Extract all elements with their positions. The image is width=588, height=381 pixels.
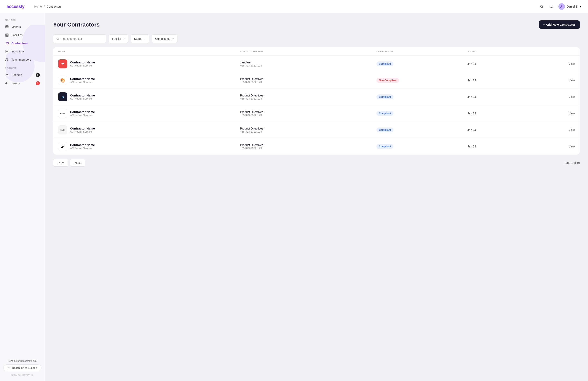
facilities-label: Facilities — [11, 34, 22, 37]
topnav-right: Daniel S. ▾ — [539, 3, 582, 10]
joined-date: Jan 24 — [467, 62, 558, 65]
view-link[interactable]: View — [558, 128, 575, 132]
view-link[interactable]: View — [558, 145, 575, 148]
contractor-cell: Sxlb Contractor Name AC Repair Service — [58, 125, 240, 134]
joined-date: Jan 24 — [467, 145, 558, 148]
sidebar-item-hazards[interactable]: Hazards 0 — [0, 71, 45, 79]
table-body: ❤ Contractor Name AC Repair Service Jan … — [53, 56, 580, 155]
table-row: G Contractor Name AC Repair Service Prod… — [53, 89, 580, 105]
contact-name: Product Directives — [240, 77, 377, 80]
joined-date: Jan 24 — [467, 112, 558, 115]
issues-icon — [5, 81, 9, 85]
user-menu[interactable]: Daniel S. ▾ — [558, 3, 582, 10]
contractor-cell: ❤ Contractor Name AC Repair Service — [58, 59, 240, 68]
main-content: Your Contractors + Add New Contractor Fa… — [45, 13, 588, 381]
pagination-buttons: Prev Next — [53, 159, 85, 167]
table-row: ❤ Contractor Name AC Repair Service Jan … — [53, 56, 580, 72]
svg-rect-8 — [5, 34, 6, 35]
issues-badge: 2 — [36, 81, 40, 85]
contractor-logo: G — [58, 92, 67, 101]
sidebar: Manage Visitors Facilities — [0, 13, 45, 381]
view-link[interactable]: View — [558, 112, 575, 115]
contractor-sub: AC Repair Service — [70, 114, 95, 117]
inductions-label: Inductions — [11, 50, 24, 53]
support-button[interactable]: Reach out to Support — [3, 364, 42, 371]
svg-point-3 — [561, 5, 562, 6]
next-button[interactable]: Next — [70, 159, 85, 167]
add-contractor-button[interactable]: + Add New Contractor — [539, 20, 580, 29]
team-members-icon — [5, 57, 9, 62]
search-wrap — [53, 35, 106, 43]
svg-rect-11 — [7, 36, 8, 37]
page-header: Your Contractors + Add New Contractor — [53, 20, 580, 29]
prev-button[interactable]: Prev — [53, 159, 68, 167]
facility-filter[interactable]: Facility — [109, 35, 128, 43]
contractor-cell: G Contractor Name AC Repair Service — [58, 92, 240, 101]
svg-marker-22 — [5, 82, 8, 85]
facilities-icon — [5, 33, 9, 37]
chevron-down-icon — [171, 38, 174, 40]
status-filter[interactable]: Status — [131, 35, 149, 43]
contact-phone: +65 323-2322-123 — [240, 147, 377, 150]
view-link[interactable]: View — [558, 79, 575, 82]
chevron-down-icon — [143, 38, 146, 40]
svg-rect-10 — [5, 36, 6, 37]
compliance-filter[interactable]: Compliance — [152, 35, 177, 43]
copyright: ©2023 Accessly Pty ltd. — [3, 374, 42, 376]
col-joined: JOINED — [467, 50, 558, 53]
svg-point-19 — [7, 58, 8, 59]
sidebar-item-facilities[interactable]: Facilities — [0, 31, 45, 39]
contractor-logo: TYME — [58, 109, 67, 118]
col-contact: CONTACT PERSON — [240, 50, 377, 53]
compliance-badge: Compliant — [377, 128, 393, 132]
compliance-badge: Compliant — [377, 111, 393, 116]
contractor-name: Contractor Name — [70, 143, 95, 147]
sidebar-item-contractors[interactable]: Contractors — [0, 39, 45, 47]
sidebar-item-issues[interactable]: Issues 2 — [0, 79, 45, 87]
joined-date: Jan 24 — [467, 79, 558, 82]
sidebar-item-visitors[interactable]: Visitors — [0, 23, 45, 31]
search-input[interactable] — [61, 37, 103, 40]
page-info: Page 1 of 10 — [564, 161, 580, 164]
breadcrumb-home[interactable]: Home — [34, 5, 42, 8]
username: Daniel S. — [567, 5, 578, 8]
contractor-cell: 🎨 Contractor Name AC Repair Service — [58, 76, 240, 85]
table-row: Sxlb Contractor Name AC Repair Service P… — [53, 122, 580, 138]
table-row: 🖌 Contractor Name AC Repair Service Prod… — [53, 138, 580, 155]
sidebar-item-inductions[interactable]: Inductions — [0, 47, 45, 56]
contractors-table: NAME CONTACT PERSON COMPLIANCE JOINED ❤ … — [53, 47, 580, 155]
search-icon[interactable] — [539, 4, 545, 9]
contractor-cell: TYME Contractor Name AC Repair Service — [58, 109, 240, 118]
view-link[interactable]: View — [558, 62, 575, 65]
manage-section-label: Manage — [0, 19, 45, 21]
inductions-icon — [5, 49, 9, 54]
contractor-name: Contractor Name — [70, 94, 95, 97]
help-text: Need help with something? — [3, 360, 42, 362]
logo[interactable]: accessly — [6, 4, 24, 9]
contractor-sub: AC Repair Service — [70, 97, 95, 100]
contact-phone: +65 323-2322-123 — [240, 64, 377, 67]
user-chevron-icon: ▾ — [580, 4, 582, 8]
sidebar-item-team-members[interactable]: Team members — [0, 56, 45, 64]
contractor-logo: 🎨 — [58, 76, 67, 85]
issues-label: Issues — [11, 82, 20, 85]
svg-point-24 — [9, 368, 9, 369]
svg-line-1 — [543, 7, 543, 8]
col-action — [558, 50, 575, 53]
contractor-logo: ❤ — [58, 59, 67, 68]
contact-name: Product Directives — [240, 94, 377, 97]
table-header: NAME CONTACT PERSON COMPLIANCE JOINED — [53, 47, 580, 56]
contact-name: Product Directives — [240, 127, 377, 130]
contractor-cell: 🖌 Contractor Name AC Repair Service — [58, 142, 240, 151]
svg-point-18 — [6, 58, 7, 59]
hazards-icon — [5, 73, 9, 77]
resolve-section-label: Resolve — [0, 64, 45, 71]
breadcrumb-current: Contractors — [47, 5, 62, 8]
notifications-icon[interactable] — [549, 4, 554, 9]
view-link[interactable]: View — [558, 95, 575, 98]
contact-phone: +65 323-2322-123 — [240, 114, 377, 117]
col-name: NAME — [58, 50, 240, 53]
filters-row: Facility Status Compliance — [53, 35, 580, 43]
hazards-badge: 0 — [36, 73, 40, 77]
search-icon — [56, 37, 59, 40]
